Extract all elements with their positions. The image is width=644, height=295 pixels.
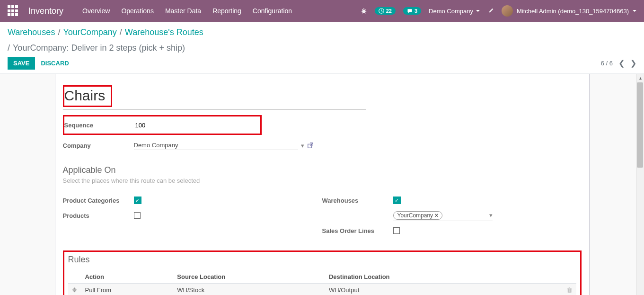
sales-order-lines-label: Sales Order Lines — [322, 227, 393, 234]
scroll-up-icon[interactable]: ▴ — [636, 74, 644, 82]
discard-button[interactable]: DISCARD — [35, 57, 74, 70]
breadcrumb: Warehouses / YourCompany / Warehouse's R… — [8, 27, 636, 53]
nav-reporting[interactable]: Reporting — [212, 7, 241, 15]
company-label: Company — [63, 142, 134, 149]
dropdown-caret-icon[interactable]: ▾ — [301, 142, 304, 149]
remove-tag-icon[interactable]: × — [435, 212, 438, 219]
highlight-sequence: Sequence — [63, 115, 262, 135]
breadcrumb-yourcompany[interactable]: YourCompany — [63, 27, 116, 37]
company-input[interactable]: Demo Company — [134, 141, 298, 150]
pager-text[interactable]: 6 / 6 — [601, 60, 613, 67]
products-checkbox[interactable] — [134, 212, 141, 219]
svg-line-7 — [364, 13, 365, 14]
route-name-input[interactable] — [64, 87, 108, 105]
activity-badge[interactable]: 22 — [375, 7, 396, 15]
highlight-title — [63, 85, 112, 107]
svg-line-6 — [362, 13, 363, 14]
sales-order-lines-checkbox[interactable] — [393, 227, 400, 234]
nav-operations[interactable]: Operations — [121, 7, 153, 15]
pager-next[interactable]: ❯ — [630, 59, 636, 68]
messaging-badge[interactable]: 3 — [403, 7, 421, 15]
activity-count: 22 — [386, 8, 392, 14]
col-source[interactable]: Source Location — [173, 270, 325, 284]
chevron-down-icon — [633, 10, 636, 12]
message-count: 3 — [415, 8, 417, 14]
pager: 6 / 6 ❮ ❯ — [601, 59, 636, 68]
sequence-input[interactable] — [135, 121, 258, 130]
warehouses-checkbox[interactable]: ✓ — [393, 197, 401, 204]
nav-overview[interactable]: Overview — [82, 7, 110, 15]
apps-icon[interactable] — [8, 5, 19, 17]
sequence-label: Sequence — [64, 122, 135, 129]
applicable-on-title: Applicable On — [63, 165, 582, 175]
chevron-down-icon — [476, 10, 480, 12]
rules-title: Rules — [68, 255, 576, 265]
rules-table: Action Source Location Destination Locat… — [68, 270, 576, 295]
trash-icon[interactable]: 🗑 — [566, 286, 573, 294]
product-categories-checkbox[interactable]: ✓ — [134, 197, 141, 204]
col-action[interactable]: Action — [81, 270, 174, 284]
highlight-rules: Rules Action Source Location Destination… — [63, 250, 582, 295]
breadcrumb-warehouses[interactable]: Warehouses — [8, 27, 55, 37]
form-sheet: Sequence Company Demo Company ▾ — [55, 74, 590, 295]
save-button[interactable]: SAVE — [8, 57, 35, 70]
table-row[interactable]: ✥ Pull From WH/Stock WH/Output 🗑 — [68, 284, 576, 295]
warehouse-tag: YourCompany × — [393, 211, 443, 220]
applicable-on-subtitle: Select the places where this route can b… — [63, 177, 582, 184]
breadcrumb-current: YourCompany: Deliver in 2 steps (pick + … — [13, 43, 185, 53]
topbar: Inventory Overview Operations Master Dat… — [0, 0, 644, 22]
products-label: Products — [63, 212, 134, 219]
pager-prev[interactable]: ❮ — [618, 59, 625, 68]
bug-icon[interactable] — [361, 8, 367, 14]
scrollbar[interactable]: ▴ ▾ — [636, 74, 644, 295]
nav-configuration[interactable]: Configuration — [253, 7, 292, 15]
tool-icon[interactable] — [487, 8, 494, 14]
form-background: Sequence Company Demo Company ▾ — [0, 74, 644, 295]
nav-menu: Overview Operations Master Data Reportin… — [82, 7, 292, 15]
warehouses-tags-input[interactable]: YourCompany × ▾ — [393, 210, 493, 221]
avatar — [502, 5, 513, 17]
user-name: Mitchell Admin (demo_130_1594704663) — [517, 8, 629, 15]
company-selector[interactable]: Demo Company — [429, 8, 480, 15]
app-name: Inventory — [28, 6, 63, 16]
nav-master-data[interactable]: Master Data — [165, 7, 201, 15]
control-panel: Warehouses / YourCompany / Warehouse's R… — [0, 22, 644, 74]
external-link-icon[interactable] — [307, 142, 314, 149]
svg-line-5 — [364, 9, 365, 10]
dropdown-caret-icon[interactable]: ▾ — [489, 212, 493, 219]
svg-line-4 — [362, 9, 363, 10]
product-categories-label: Product Categories — [63, 197, 134, 204]
drag-handle-icon[interactable]: ✥ — [72, 286, 77, 294]
col-destination[interactable]: Destination Location — [325, 270, 563, 284]
company-name: Demo Company — [429, 8, 473, 15]
warehouses-label: Warehouses — [322, 197, 393, 204]
breadcrumb-routes[interactable]: Warehouse's Routes — [125, 27, 203, 37]
user-menu[interactable]: Mitchell Admin (demo_130_1594704663) — [502, 5, 636, 17]
